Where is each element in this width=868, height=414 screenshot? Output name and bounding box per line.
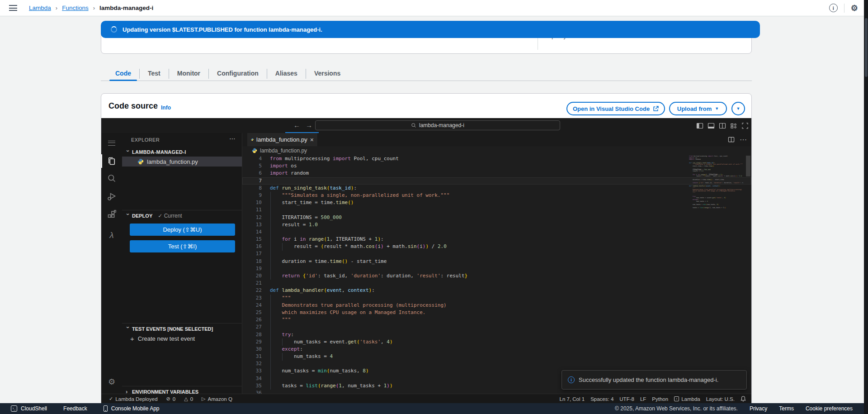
- line-content: """: [262, 316, 291, 324]
- status-label: Spaces: 4: [590, 396, 613, 402]
- status-label: UTF-8: [619, 396, 634, 402]
- deploy-section-header[interactable]: › DEPLOY ✓ Current: [122, 210, 242, 219]
- customize-layout-icon[interactable]: [730, 122, 737, 129]
- info-icon[interactable]: i: [829, 4, 838, 12]
- footer-link-terms[interactable]: Terms: [779, 405, 794, 412]
- line-content: return {'id': task_id, 'duration': durat…: [262, 272, 467, 280]
- cloudshell-icon: ›_: [11, 405, 17, 412]
- scrollbar-thumb[interactable]: [865, 18, 868, 77]
- status-lambda[interactable]: ›Lambda: [674, 396, 700, 402]
- back-arrow-icon[interactable]: ←: [293, 121, 300, 129]
- footer-console-mobile-app[interactable]: Console Mobile App: [104, 405, 160, 412]
- upload-from-button[interactable]: Upload from ▼: [669, 102, 727, 115]
- breadcrumb-separator: ›: [56, 5, 57, 11]
- caret-down-icon: ▼: [715, 106, 719, 111]
- status-ln-7-col-1[interactable]: Ln 7, Col 1: [560, 396, 585, 402]
- code-line: 8def run_single_task(task_id):: [242, 185, 751, 192]
- ide-status-bar: ✓Lambda Deployed⊘0△0▷Amazon Q Ln 7, Col …: [101, 394, 751, 404]
- line-number: 8: [242, 185, 262, 192]
- line-content: from multiprocessing import Pool, cpu_co…: [262, 155, 399, 162]
- forward-arrow-icon[interactable]: →: [306, 121, 312, 129]
- breadcrumb-functions[interactable]: Functions: [62, 5, 89, 11]
- search-sidebar-icon[interactable]: [101, 170, 122, 186]
- status-right: Ln 7, Col 1Spaces: 4UTF-8LFPython›Lambda…: [560, 396, 746, 402]
- explorer-more-icon[interactable]: ⋯: [229, 135, 236, 142]
- code-line: 25 which maximizes CPU usage on a Manage…: [242, 309, 751, 316]
- line-number: 9: [242, 192, 262, 199]
- test-events-header[interactable]: › TEST EVENTS [NONE SELECTED]: [122, 324, 242, 332]
- editor-breadcrumb[interactable]: lambda_function.py: [242, 146, 751, 155]
- update-banner-text: Updating version $LATEST.PUBLISHED for f…: [123, 26, 322, 33]
- page-scrollbar[interactable]: [864, 0, 868, 414]
- tab-code[interactable]: Code: [107, 67, 139, 81]
- gear-icon[interactable]: ⚙: [851, 3, 858, 13]
- status-lambda-deployed[interactable]: ✓Lambda Deployed: [109, 396, 158, 402]
- error-circle-icon: ⊘: [166, 396, 170, 402]
- breadcrumb-lambda[interactable]: Lambda: [29, 5, 51, 11]
- code-line: 14: [242, 228, 751, 236]
- line-content: for i in range(1, ITERATIONS + 1):: [262, 236, 384, 243]
- test-button[interactable]: Test (⇧⌘I): [130, 240, 235, 252]
- code-line: 26 """: [242, 316, 751, 324]
- command-search-input[interactable]: lambda-managed-i: [315, 120, 560, 130]
- open-in-vscode-button[interactable]: Open in Visual Studio Code: [566, 102, 665, 115]
- footer-link-cookie-preferences[interactable]: Cookie preferences: [806, 405, 853, 412]
- footer-right: © 2025, Amazon Web Services, Inc. or its…: [615, 405, 853, 412]
- split-editor-icon[interactable]: [719, 122, 726, 129]
- menu-icon[interactable]: [9, 5, 17, 11]
- code-line: 17: [242, 250, 751, 257]
- code-area[interactable]: 4from multiprocessing import Pool, cpu_c…: [242, 155, 751, 394]
- status-spaces-4[interactable]: Spaces: 4: [590, 396, 613, 402]
- python-icon: [251, 137, 254, 143]
- toggle-panel-icon[interactable]: [708, 122, 715, 129]
- run-debug-icon[interactable]: [101, 188, 122, 205]
- code-line: 10 start_time = time.time(): [242, 199, 751, 206]
- status-python[interactable]: Python: [652, 396, 668, 402]
- split-editor-icon[interactable]: [728, 136, 735, 143]
- line-content: [262, 324, 270, 331]
- tab-configuration[interactable]: Configuration: [209, 67, 267, 81]
- tab-monitor[interactable]: Monitor: [169, 67, 208, 81]
- footer-cloudshell[interactable]: ›_CloudShell: [11, 405, 47, 412]
- code-line: 30 except:: [242, 346, 751, 353]
- editor-tab-lambda-function[interactable]: lambda_function.py ×: [247, 133, 318, 146]
- explorer-icon[interactable]: [101, 153, 122, 169]
- more-actions-icon[interactable]: ⋯: [740, 135, 747, 144]
- close-icon[interactable]: ×: [310, 136, 314, 143]
- status-0[interactable]: △0: [184, 396, 193, 402]
- notifications-bell-icon[interactable]: [741, 396, 746, 402]
- copyright-text: © 2025, Amazon Web Services, Inc. or its…: [615, 405, 738, 412]
- line-content: ITERATIONS = 500_000: [262, 214, 342, 221]
- file-item-lambda-function[interactable]: lambda_function.py: [122, 157, 242, 167]
- line-number: 7: [242, 177, 262, 185]
- status-amazon-q[interactable]: ▷Amazon Q: [202, 396, 232, 402]
- create-test-event[interactable]: + Create new test event: [130, 335, 195, 343]
- toggle-sidebar-icon[interactable]: [696, 122, 703, 129]
- extensions-icon[interactable]: [101, 206, 122, 223]
- footer-link-privacy[interactable]: Privacy: [750, 405, 767, 412]
- tab-versions[interactable]: Versions: [306, 67, 349, 81]
- more-actions-button[interactable]: ▼: [731, 102, 745, 115]
- explorer-sidebar: EXPLORER ⋯ › LAMBDA-MANAGED-I lambda_fun…: [122, 133, 242, 394]
- footer-feedback[interactable]: Feedback: [63, 405, 87, 412]
- editor-scrollbar[interactable]: [746, 156, 750, 176]
- status-0[interactable]: ⊘0: [166, 396, 176, 402]
- tab-aliases[interactable]: Aliases: [267, 67, 306, 81]
- deploy-button[interactable]: Deploy (⇧⌘U): [130, 224, 235, 236]
- status-lf[interactable]: LF: [640, 396, 646, 402]
- lambda-tools-icon[interactable]: λ: [101, 227, 122, 243]
- line-content: def run_single_task(task_id):: [262, 185, 357, 192]
- vscode-menu-icon[interactable]: [101, 135, 122, 151]
- play-icon: ▷: [202, 396, 205, 402]
- line-content: import random: [262, 170, 309, 177]
- status-layout-u-s-[interactable]: Layout: U.S.: [706, 396, 735, 402]
- line-content: try:: [262, 331, 294, 338]
- toast-notification: i Successfully updated the function lamb…: [561, 370, 747, 390]
- project-tree-header[interactable]: › LAMBDA-MANAGED-I: [126, 148, 186, 157]
- tab-test[interactable]: Test: [140, 67, 169, 81]
- info-link[interactable]: Info: [161, 105, 171, 111]
- line-content: num_tasks = 4: [262, 353, 333, 360]
- status-utf-8[interactable]: UTF-8: [619, 396, 634, 402]
- fullscreen-icon[interactable]: [741, 122, 749, 129]
- settings-gear-icon[interactable]: ⚙: [101, 374, 122, 390]
